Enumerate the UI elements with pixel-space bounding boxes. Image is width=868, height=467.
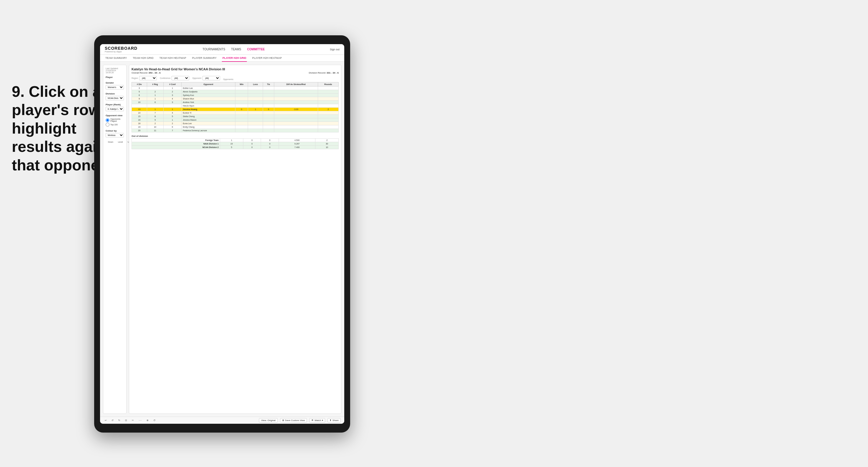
cell-opponent: Esther Lee bbox=[182, 87, 235, 90]
table-row[interactable]: 3 1 Esther Lee bbox=[132, 87, 339, 90]
cell-loss bbox=[248, 118, 263, 122]
toolbar-timer[interactable]: ⏱ bbox=[152, 418, 157, 422]
cell-conf: 1 bbox=[163, 118, 182, 122]
cell-diff bbox=[274, 122, 318, 125]
table-row[interactable]: 15 8 5 Stella Cheng bbox=[132, 115, 339, 118]
nav-committee[interactable]: COMMITTEE bbox=[247, 48, 265, 51]
out-row[interactable]: Foreign Team 1 0 0 4.500 2 bbox=[132, 138, 339, 142]
content-area: Katelyn Vo Head-to-Head Grid for Women's… bbox=[129, 65, 341, 414]
tab-player-h2h-grid[interactable]: PLAYER H2H GRID bbox=[222, 55, 247, 62]
sidebar-opponent-view-section: Opponent view Opponents Played Top 100 bbox=[105, 114, 124, 127]
toolbar-save-custom[interactable]: ⊞ Save Custom View bbox=[280, 418, 307, 423]
tab-player-h2h-heatmap[interactable]: PLAYER H2H HEATMAP bbox=[252, 55, 282, 62]
tab-team-summary[interactable]: TEAM SUMMARY bbox=[105, 55, 127, 62]
filter-region-select[interactable]: (All) bbox=[139, 76, 157, 80]
out-cell-tie: 0 bbox=[261, 138, 279, 142]
cell-diff bbox=[274, 111, 318, 115]
cell-conf bbox=[163, 104, 182, 108]
toolbar-cut[interactable]: ✂ bbox=[131, 418, 135, 422]
sidebar-colour-by-select[interactable]: Win/loss bbox=[105, 133, 124, 137]
color-label-down: Down bbox=[108, 141, 113, 143]
cell-opponent: Federica Domecq Lacroze bbox=[182, 129, 235, 132]
table-row[interactable]: 16 9 1 Jessica Mason bbox=[132, 118, 339, 122]
filter-conference-select[interactable]: (All) bbox=[172, 76, 189, 80]
sidebar-gender-select[interactable]: Women's bbox=[105, 85, 124, 89]
cell-rounds bbox=[318, 104, 338, 108]
table-row[interactable]: 20 11 7 Federica Domecq Lacroze bbox=[132, 129, 339, 132]
table-row-highlighted[interactable]: 13 1 1 Jessica Huang 0 1 0 -3.00 2 bbox=[132, 108, 339, 111]
out-cell-rounds: 10 bbox=[315, 146, 339, 149]
sidebar-division-section: Division NCAA Division III bbox=[105, 92, 124, 100]
toolbar-dots[interactable]: ····· bbox=[137, 418, 143, 422]
filter-opponent-group: Opponent (All) bbox=[192, 76, 220, 80]
content-title: Katelyn Vo Head-to-Head Grid for Women's… bbox=[131, 67, 339, 71]
bottom-toolbar: ↩ ↺ ↻ ⊡ ✂ ····· ⊕ ⏱ View: Original ⊞ Sav… bbox=[100, 417, 344, 424]
cell-conf: 2 bbox=[163, 90, 182, 94]
overall-record-value: 353 - 34 - 6 bbox=[149, 71, 161, 74]
filter-conference-label: Conference bbox=[160, 77, 170, 79]
nav-teams[interactable]: TEAMS bbox=[231, 48, 241, 51]
cell-loss bbox=[248, 111, 263, 115]
table-row[interactable]: 9 1 4 Sharon Mun bbox=[132, 97, 339, 101]
out-cell-win: 15 bbox=[220, 142, 243, 146]
table-row[interactable]: 10 6 3 Andrea York bbox=[132, 101, 339, 104]
cell-tie bbox=[263, 104, 274, 108]
out-cell-tie: 0 bbox=[261, 142, 279, 146]
division-record-value: 331 - 34 - 6 bbox=[327, 71, 339, 74]
cell-reg: 10 bbox=[147, 125, 163, 129]
toolbar-redo1[interactable]: ↺ bbox=[110, 418, 115, 422]
table-row[interactable]: HeeJo Hyun bbox=[132, 104, 339, 108]
nav-links: TOURNAMENTS TEAMS COMMITTEE bbox=[203, 48, 265, 51]
toolbar-grid[interactable]: ⊡ bbox=[124, 418, 128, 422]
cell-opponent: Sydney Kuo bbox=[182, 94, 235, 97]
filter-opponents-label: Opponents: bbox=[223, 78, 234, 80]
cell-reg bbox=[147, 104, 163, 108]
cell-diff bbox=[274, 125, 318, 129]
tab-team-h2h-grid[interactable]: TEAM H2H GRID bbox=[132, 55, 154, 62]
tab-player-summary[interactable]: PLAYER SUMMARY bbox=[191, 55, 217, 62]
table-row[interactable]: 5 2 2 Alexis Sudjianto bbox=[132, 90, 339, 94]
share-label: Share bbox=[333, 419, 339, 422]
cell-conf: 4 bbox=[163, 97, 182, 101]
toolbar-watch[interactable]: 👁 Watch ▾ bbox=[309, 418, 325, 423]
toolbar-undo[interactable]: ↩ bbox=[103, 418, 108, 422]
out-cell-loss: 0 bbox=[243, 146, 261, 149]
toolbar-share[interactable]: ⬆ Share bbox=[328, 418, 341, 423]
table-row[interactable]: 14 7 4 Eunice Yi bbox=[132, 111, 339, 115]
out-cell-name: Foreign Team bbox=[132, 138, 220, 142]
filter-opponent-label: Opponent bbox=[192, 77, 201, 79]
cell-diff bbox=[274, 97, 318, 101]
toolbar-redo2[interactable]: ↻ bbox=[117, 418, 122, 422]
cell-opponent: HeeJo Hyun bbox=[182, 104, 235, 108]
cell-reg: 7 bbox=[147, 111, 163, 115]
cell-diff bbox=[274, 90, 318, 94]
out-row[interactable]: NAIA Division 1 15 0 0 9.267 30 bbox=[132, 142, 339, 146]
sub-nav: TEAM SUMMARY TEAM H2H GRID TEAM H2H HEAT… bbox=[100, 55, 344, 62]
toolbar-add[interactable]: ⊕ bbox=[145, 418, 150, 422]
cell-win: 0 bbox=[235, 108, 248, 111]
out-cell-diff: 7.400 bbox=[279, 146, 315, 149]
sidebar-player-rank-section: Player (Rank) 8. Katelyn Vo bbox=[105, 103, 124, 111]
save-custom-label: Save Custom View bbox=[285, 419, 305, 422]
cell-tie bbox=[263, 94, 274, 97]
record-row: Overall Record: 353 - 34 - 6 Division Re… bbox=[131, 71, 339, 74]
sign-out-button[interactable]: Sign out bbox=[330, 48, 340, 51]
toolbar-view-original[interactable]: View: Original bbox=[259, 418, 277, 423]
division-record: Division Record: 331 - 34 - 6 bbox=[309, 71, 339, 74]
table-row[interactable]: 6 1 3 Sydney Kuo bbox=[132, 94, 339, 97]
table-row[interactable]: 19 10 6 Emily Chang bbox=[132, 125, 339, 129]
cell-tie bbox=[263, 90, 274, 94]
table-row[interactable]: 18 2 2 Euna Lee bbox=[132, 122, 339, 125]
cell-loss bbox=[248, 129, 263, 132]
col-rounds: Rounds bbox=[318, 83, 338, 87]
sidebar-player-rank-select[interactable]: 8. Katelyn Vo bbox=[105, 107, 124, 111]
filter-opponent-select[interactable]: (All) bbox=[203, 76, 220, 80]
cell-conf: 7 bbox=[163, 129, 182, 132]
out-cell-loss: 0 bbox=[243, 138, 261, 142]
sidebar-division-select[interactable]: NCAA Division III bbox=[105, 96, 124, 100]
cell-reg: 1 bbox=[147, 97, 163, 101]
color-label-level: Level bbox=[118, 141, 123, 143]
tab-team-h2h-heatmap[interactable]: TEAM H2H HEATMAP bbox=[159, 55, 187, 62]
nav-tournaments[interactable]: TOURNAMENTS bbox=[203, 48, 225, 51]
out-row[interactable]: NCAA Division 2 5 0 0 7.400 10 bbox=[132, 146, 339, 149]
